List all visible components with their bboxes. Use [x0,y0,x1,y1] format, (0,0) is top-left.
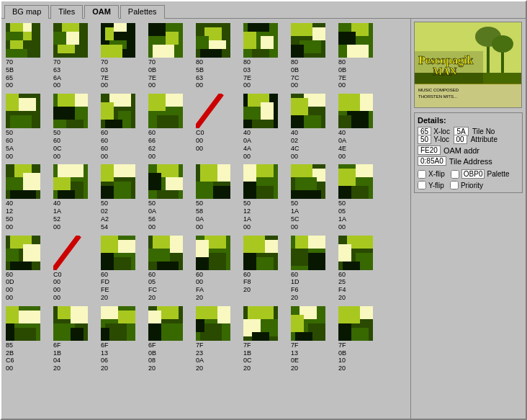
svg-rect-101 [256,164,274,177]
oam-label: 80 0B 7C 00 [291,58,299,89]
oam-cell[interactable]: 7F 13 0E 20 [291,306,335,372]
oam-cell[interactable]: 60 0D 00 00 [6,236,50,302]
oam-cell[interactable]: 40 02 4C 00 [291,94,335,160]
svg-rect-87 [114,164,135,177]
oam-cell[interactable]: 50 60 0C 00 [53,94,98,160]
sprite-3-5 [243,236,278,270]
oam-label: 60 FD FE 20 [101,271,109,302]
tileno-label: Tile No [472,128,495,135]
sprite-0-4 [196,23,230,58]
oam-cell[interactable]: 60 1D F6 20 [291,236,335,302]
oam-cell[interactable]: 60 F8 20 [243,236,288,294]
svg-rect-156 [6,323,14,341]
oam-cell[interactable]: 6F 13 06 20 [101,306,145,372]
oam-cell[interactable]: 50 1A 5C 00 [291,164,335,231]
oam-cell[interactable]: 50 60 5A 00 [6,94,50,160]
priority-checkbox[interactable] [450,181,459,189]
svg-rect-68 [304,115,321,128]
checkbox-row2: Y-flip Priority [418,181,519,189]
svg-rect-173 [196,306,217,319]
oam-cell[interactable]: 80 5B 63 00 [196,23,240,89]
svg-rect-84 [58,190,75,199]
svg-rect-106 [291,164,312,177]
svg-rect-124 [118,240,135,253]
svg-rect-131 [157,262,179,270]
svg-rect-166 [101,328,109,341]
svg-rect-39 [347,45,369,58]
oam-cell[interactable]: 40 1A 52 00 [53,164,98,231]
oam-cell[interactable]: 40 0A 4E 00 [338,94,383,160]
svg-rect-81 [58,164,84,177]
svg-rect-3 [6,32,23,40]
palette-checkbox[interactable] [451,170,459,179]
svg-rect-47 [53,107,75,120]
oam-cell[interactable]: 6F 0B 08 20 [148,306,193,372]
svg-rect-63 [261,102,274,120]
svg-rect-104 [243,182,256,199]
oam-row: 40 12 50 00 40 1A 52 00 [6,164,406,231]
oam-cell[interactable]: 60 00 FA 20 [196,236,240,302]
oam-cell[interactable]: 40 0A 4A 00 [243,94,288,160]
tile-addr-val: 0:85A0 [418,156,446,166]
svg-rect-69 [291,115,304,128]
sprite-1-5 [243,94,278,128]
oam-cell[interactable]: 85 2B C6 00 [6,306,50,372]
oam-cell[interactable]: 70 5B 65 00 [6,23,50,89]
tile-addr-label: Tile Address [449,157,492,166]
svg-rect-29 [261,36,274,49]
oam-label: C0 00 00 [196,129,204,152]
oam-cell[interactable]: 50 05 1A 00 [338,164,383,231]
oam-row: 60 0D 00 00 C0 00 00 00 [6,236,406,302]
oam-cell[interactable]: 70 03 7E 00 [101,23,145,89]
oam-cell[interactable]: C0 00 00 [196,94,240,152]
sprite-0-2 [101,23,135,58]
tab-bg-map[interactable]: BG map [4,5,49,19]
svg-rect-19 [166,32,179,45]
oam-cell[interactable]: 60 66 62 00 [148,94,193,160]
svg-rect-43 [10,115,32,128]
xflip-checkbox[interactable] [418,170,426,179]
sprite-1-1 [53,94,88,128]
oam-addr-row: FE20 OAM addr [418,146,519,155]
oam-cell[interactable]: 80 03 7E 00 [243,23,288,89]
tab-bar: BG map Tiles OAM Palettes [1,1,526,18]
tab-tiles[interactable]: Tiles [50,5,83,19]
oam-cell[interactable]: 70 0B 7E 00 [148,23,193,89]
oam-addr-val: FE20 [418,146,441,155]
oam-cell[interactable]: 7F 1B 0C 20 [243,306,288,372]
tab-oam[interactable]: OAM [84,5,119,19]
oam-cell[interactable]: 50 58 0A 00 [196,164,240,231]
sprite-3-1 [53,236,88,270]
svg-rect-164 [118,310,135,323]
palette-checkbox-item: OBP0 Palette [451,169,510,179]
oam-cell[interactable]: 50 12 1A 00 [243,164,288,231]
priority-label: Priority [461,182,483,189]
oam-cell[interactable]: 80 0B 7E 00 [338,23,383,89]
oam-label: 70 0B 7E 00 [148,58,156,89]
svg-rect-99 [213,186,230,199]
tab-palettes[interactable]: Palettes [120,5,165,19]
oam-cell[interactable]: 80 0B 7C 00 [291,23,335,89]
svg-point-197 [492,35,513,53]
oam-cell[interactable]: 6F 1B 04 20 [53,306,98,372]
oam-cell[interactable]: C0 00 00 00 [53,236,98,302]
oam-cell[interactable]: 70 63 6A 00 [53,23,98,89]
svg-rect-136 [196,257,209,270]
oam-cell[interactable]: 7F 23 0A 20 [196,306,240,372]
sprite-1-2 [101,94,135,128]
svg-rect-161 [71,328,84,341]
svg-rect-41 [6,94,19,111]
oam-cell[interactable]: 60 FD FE 20 [101,236,145,302]
oam-cell[interactable]: 60 25 F4 20 [338,236,383,302]
yflip-checkbox[interactable] [418,181,426,189]
svg-rect-88 [114,182,131,199]
oam-cell[interactable]: 60 05 FC 20 [148,236,193,302]
oam-cell[interactable]: 40 12 50 00 [6,164,50,231]
oam-cell[interactable]: 50 02 A2 54 [101,164,145,231]
svg-rect-184 [291,315,304,332]
tile-addr-row: 0:85A0 Tile Address [418,156,519,166]
oam-cell[interactable]: 7F 0B 10 20 [338,306,383,372]
svg-rect-4 [23,32,32,40]
oam-cell[interactable]: 60 60 60 00 [101,94,145,160]
oam-cell[interactable]: 50 0A 56 00 [148,164,193,231]
